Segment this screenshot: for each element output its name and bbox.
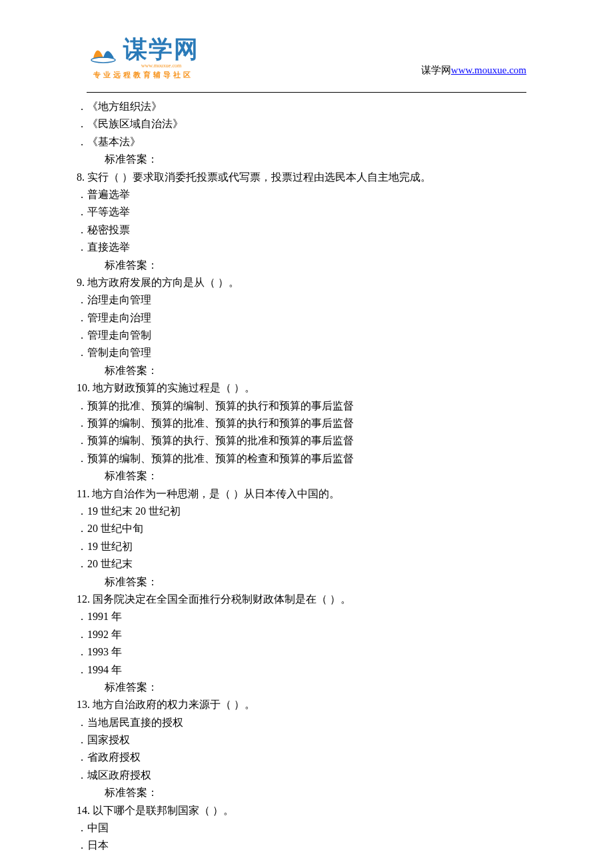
answer-label: 标准答案： — [77, 257, 526, 274]
option: ．治理走向管理 — [77, 291, 526, 309]
option: ．当地居民直接的授权 — [77, 714, 526, 731]
option: ．预算的编制、预算的批准、预算的检查和预算的事后监督 — [77, 450, 526, 467]
option: ．国家授权 — [77, 731, 526, 749]
answer-label: 标准答案： — [77, 679, 526, 696]
answer-label: 标准答案： — [77, 151, 526, 168]
site-info: 谋学网www.mouxue.com — [421, 64, 526, 80]
logo-main-text: 谋学网 — [123, 33, 199, 66]
page-header: 谋学网 www.mouxue.com 专业远程教育辅导社区 谋学网www.mou… — [0, 0, 613, 87]
option: ．1994 年 — [77, 661, 526, 679]
site-label: 谋学网 — [421, 65, 451, 75]
site-link[interactable]: www.mouxue.com — [451, 65, 526, 75]
logo-subtitle: 专业远程教育辅导社区 — [93, 70, 193, 80]
option: ．日本 — [77, 837, 526, 854]
option: ．20 世纪中旬 — [77, 520, 526, 537]
option: ．直接选举 — [77, 239, 526, 256]
document-content: ．《地方组织法》 ．《民族区域自治法》 ．《基本法》 标准答案： 8. 实行（ … — [0, 93, 613, 868]
option: ．平等选举 — [77, 203, 526, 221]
option: ．管理走向管制 — [77, 327, 526, 344]
question-text: 9. 地方政府发展的方向是从（ ）。 — [77, 274, 526, 291]
logo: 谋学网 www.mouxue.com — [87, 33, 199, 69]
pre-option: ．《地方组织法》 — [77, 98, 526, 115]
option: ．城区政府授权 — [77, 767, 526, 784]
logo-icon — [87, 38, 120, 65]
answer-label: 标准答案： — [77, 467, 526, 485]
option: ．19 世纪末 20 世纪初 — [77, 503, 526, 520]
option: ．普遍选举 — [77, 186, 526, 203]
question-text: 13. 地方自治政府的权力来源于（ ）。 — [77, 696, 526, 713]
option: ．20 世纪末 — [77, 555, 526, 573]
question-text: 12. 国务院决定在全国全面推行分税制财政体制是在（ ）。 — [77, 591, 526, 608]
logo-text-wrap: 谋学网 www.mouxue.com — [123, 33, 199, 69]
option: ．1991 年 — [77, 608, 526, 625]
option: ．1993 年 — [77, 643, 526, 661]
option: ．中国 — [77, 819, 526, 837]
option: ．秘密投票 — [77, 221, 526, 239]
option: ．1992 年 — [77, 626, 526, 643]
pre-option: ．《基本法》 — [77, 133, 526, 151]
svg-point-0 — [91, 57, 115, 63]
option: ．预算的编制、预算的批准、预算的执行和预算的事后监督 — [77, 415, 526, 432]
question-text: 14. 以下哪个是联邦制国家（ ）。 — [77, 802, 526, 819]
answer-label: 标准答案： — [77, 362, 526, 379]
option: ．省政府授权 — [77, 749, 526, 766]
question-text: 10. 地方财政预算的实施过程是（ ）。 — [77, 379, 526, 397]
pre-option: ．《民族区域自治法》 — [77, 115, 526, 133]
question-text: 11. 地方自治作为一种思潮，是（ ）从日本传入中国的。 — [77, 485, 526, 503]
question-text: 8. 实行（ ）要求取消委托投票或代写票，投票过程由选民本人自主地完成。 — [77, 169, 526, 186]
option: ．管制走向管理 — [77, 344, 526, 361]
logo-area: 谋学网 www.mouxue.com 专业远程教育辅导社区 — [87, 33, 199, 80]
answer-label: 标准答案： — [77, 573, 526, 591]
option: ．预算的批准、预算的编制、预算的执行和预算的事后监督 — [77, 397, 526, 415]
option: ．19 世纪初 — [77, 538, 526, 555]
option: ．管理走向治理 — [77, 309, 526, 327]
option: ．预算的编制、预算的执行、预算的批准和预算的事后监督 — [77, 432, 526, 449]
answer-label: 标准答案： — [77, 784, 526, 801]
